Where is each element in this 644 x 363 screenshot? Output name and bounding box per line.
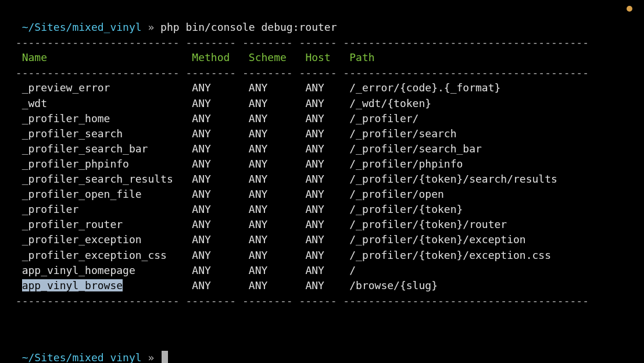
table-row: app_vinyl_homepage ANY ANY ANY /: [9, 263, 635, 278]
prompt-path: ~/Sites/mixed_vinyl: [22, 21, 142, 33]
route-host: ANY: [305, 188, 349, 200]
route-method: ANY: [192, 173, 249, 185]
route-scheme: ANY: [249, 264, 306, 276]
table-row: _profiler_exception_css ANY ANY ANY /_pr…: [9, 248, 635, 263]
route-path: /_profiler/{token}/exception: [349, 233, 525, 245]
route-host: ANY: [305, 112, 349, 124]
cursor: [162, 351, 168, 363]
route-name: _profiler: [22, 203, 192, 215]
route-method: ANY: [192, 188, 249, 200]
prompt-line-1: ~/Sites/mixed_vinyl » php bin/console de…: [9, 5, 635, 35]
route-path: /_profiler/{token}: [349, 203, 463, 215]
route-host: ANY: [305, 173, 349, 185]
table-border-mid: -------------------------- -------- ----…: [9, 65, 635, 80]
route-method: ANY: [192, 97, 249, 109]
table-row: _profiler_open_file ANY ANY ANY /_profil…: [9, 187, 635, 202]
table-row: _profiler ANY ANY ANY /_profiler/{token}: [9, 202, 635, 217]
route-name: _profiler_exception_css: [22, 249, 192, 261]
route-host: ANY: [305, 218, 349, 230]
route-host: ANY: [305, 203, 349, 215]
table-row: _profiler_search_bar ANY ANY ANY /_profi…: [9, 141, 635, 156]
route-method: ANY: [192, 158, 249, 170]
route-path: /_profiler/search_bar: [349, 143, 482, 155]
route-scheme: ANY: [249, 279, 306, 291]
header-method: Method: [192, 51, 249, 63]
route-host: ANY: [305, 249, 349, 261]
route-name: _preview_error: [22, 81, 192, 94]
table-row: _profiler_search_results ANY ANY ANY /_p…: [9, 172, 635, 187]
route-path: /_wdt/{token}: [349, 97, 431, 109]
route-scheme: ANY: [249, 233, 306, 245]
route-method: ANY: [192, 264, 249, 276]
route-name: _profiler_search_results: [22, 173, 192, 185]
route-name: _profiler_search_bar: [22, 143, 192, 155]
route-path: /_profiler/search: [349, 127, 456, 140]
route-path: /browse/{slug}: [349, 279, 438, 291]
route-scheme: ANY: [249, 158, 306, 170]
route-method: ANY: [192, 249, 249, 261]
route-host: ANY: [305, 143, 349, 155]
route-path: /_profiler/{token}/search/results: [349, 173, 557, 185]
prompt-line-2[interactable]: ~/Sites/mixed_vinyl »: [9, 335, 635, 363]
header-host: Host: [305, 51, 349, 63]
route-name: _profiler_exception: [22, 233, 192, 245]
route-method: ANY: [192, 233, 249, 245]
route-scheme: ANY: [249, 81, 306, 94]
table-row: _profiler_home ANY ANY ANY /_profiler/: [9, 111, 635, 126]
route-method: ANY: [192, 218, 249, 230]
route-host: ANY: [305, 264, 349, 276]
route-name: _profiler_home: [22, 112, 192, 124]
route-host: ANY: [305, 233, 349, 245]
header-name: Name: [22, 51, 192, 63]
window-modified-indicator: [627, 6, 632, 12]
route-method: ANY: [192, 127, 249, 140]
route-host: ANY: [305, 158, 349, 170]
route-name: _profiler_phpinfo: [22, 158, 192, 170]
prompt-separator: »: [142, 351, 161, 363]
table-row: _preview_error ANY ANY ANY /_error/{code…: [9, 80, 635, 95]
table-header-row: Name Method Scheme Host Path: [9, 50, 635, 65]
table-body: _preview_error ANY ANY ANY /_error/{code…: [9, 80, 635, 293]
prompt-path: ~/Sites/mixed_vinyl: [22, 351, 142, 363]
route-name: app_vinyl_homepage: [22, 264, 192, 276]
table-row: _profiler_router ANY ANY ANY /_profiler/…: [9, 217, 635, 232]
route-path: /: [349, 264, 356, 276]
route-path: /_profiler/phpinfo: [349, 158, 463, 170]
route-name: _profiler_search: [22, 127, 192, 140]
table-row: _profiler_exception ANY ANY ANY /_profil…: [9, 232, 635, 247]
table-border-bottom: -------------------------- -------- ----…: [9, 293, 635, 308]
route-method: ANY: [192, 143, 249, 155]
route-host: ANY: [305, 81, 349, 94]
route-path: /_profiler/{token}/router: [349, 218, 507, 230]
table-row: _wdt ANY ANY ANY /_wdt/{token}: [9, 96, 635, 111]
header-path: Path: [349, 51, 374, 63]
route-host: ANY: [305, 97, 349, 109]
route-method: ANY: [192, 81, 249, 94]
route-method: ANY: [192, 279, 249, 291]
table-row: _profiler_search ANY ANY ANY /_profiler/…: [9, 126, 635, 141]
table-row: app_vinyl_browse ANY ANY ANY /browse/{sl…: [9, 278, 635, 293]
route-path: /_profiler/open: [349, 188, 444, 200]
route-scheme: ANY: [249, 203, 306, 215]
route-scheme: ANY: [249, 249, 306, 261]
route-path: /_profiler/: [349, 112, 418, 124]
header-scheme: Scheme: [249, 51, 306, 63]
route-name: app_vinyl_browse: [22, 279, 192, 291]
route-name: _profiler_router: [22, 218, 192, 230]
route-host: ANY: [305, 279, 349, 291]
route-scheme: ANY: [249, 218, 306, 230]
route-method: ANY: [192, 112, 249, 124]
prompt-separator: »: [142, 21, 161, 33]
route-path: /_profiler/{token}/exception.css: [349, 249, 551, 261]
route-scheme: ANY: [249, 97, 306, 109]
prompt-command[interactable]: php bin/console debug:router: [160, 21, 337, 33]
route-name: _profiler_open_file: [22, 188, 192, 200]
route-scheme: ANY: [249, 112, 306, 124]
route-method: ANY: [192, 203, 249, 215]
route-scheme: ANY: [249, 143, 306, 155]
route-name: _wdt: [22, 97, 192, 109]
route-scheme: ANY: [249, 173, 306, 185]
route-scheme: ANY: [249, 188, 306, 200]
route-scheme: ANY: [249, 127, 306, 140]
route-path: /_error/{code}.{_format}: [349, 81, 500, 94]
